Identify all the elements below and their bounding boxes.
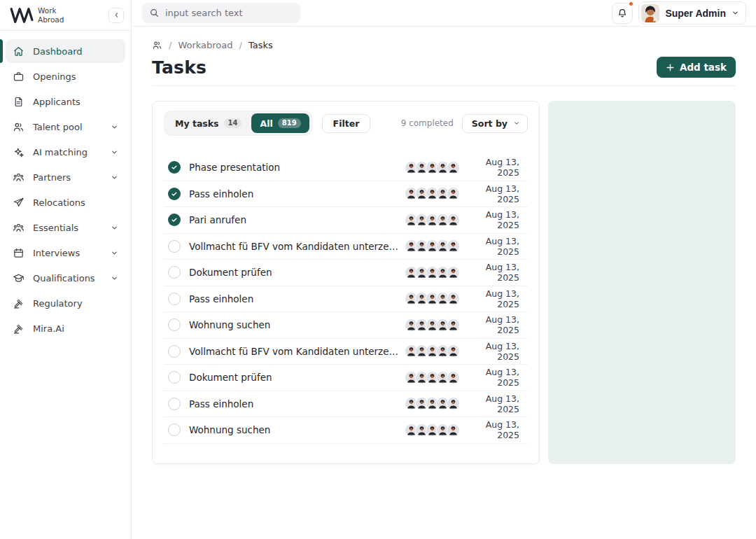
sidebar-item-label: Regulatory <box>33 298 83 309</box>
search-box[interactable] <box>142 3 300 23</box>
chevron-down-icon <box>111 123 118 131</box>
sidebar-item-openings[interactable]: Openings <box>6 64 125 88</box>
assignee-avatar-group <box>405 424 459 436</box>
tab-label: My tasks <box>175 118 219 129</box>
sidebar-item-essentials[interactable]: Essentials <box>6 216 125 239</box>
task-checkbox[interactable] <box>168 424 181 436</box>
task-title: Pari anrufen <box>189 214 405 225</box>
top-bar: Super Admin <box>132 0 756 27</box>
gavel-icon <box>13 323 24 335</box>
task-title: Pass einholen <box>189 398 405 410</box>
tab-my-tasks[interactable]: My tasks14 <box>167 113 250 133</box>
sidebar-item-talent-pool[interactable]: Talent pool <box>6 115 125 139</box>
task-list: Phase presentationAug 13, 2025Pass einho… <box>164 155 528 444</box>
brand-name: Work Abroad <box>38 6 64 23</box>
assignee-avatar[interactable] <box>447 424 459 436</box>
task-title: Pass einholen <box>189 293 405 304</box>
task-checkbox[interactable] <box>168 240 181 253</box>
chevron-down-icon <box>111 148 118 156</box>
people-icon[interactable] <box>152 40 162 50</box>
task-checkbox[interactable] <box>168 371 181 384</box>
task-checkbox[interactable] <box>168 214 181 226</box>
sidebar-item-label: Interviews <box>33 248 80 258</box>
task-row[interactable]: Dokument prüfenAug 13, 2025 <box>164 365 528 391</box>
plane-icon <box>13 197 24 209</box>
task-due-date: Aug 13, 2025 <box>469 393 519 414</box>
breadcrumb: / Workabroad / Tasks <box>152 40 736 50</box>
assignee-avatar[interactable] <box>447 188 459 200</box>
assignee-avatar[interactable] <box>447 398 459 410</box>
filter-button[interactable]: Filter <box>322 114 371 133</box>
task-row[interactable]: Phase presentationAug 13, 2025 <box>164 155 528 181</box>
task-row[interactable]: Pass einholenAug 13, 2025 <box>164 181 528 208</box>
task-checkbox[interactable] <box>168 161 181 174</box>
task-checkbox[interactable] <box>168 293 181 305</box>
chevron-down-icon <box>732 9 739 17</box>
task-row[interactable]: Wohnung suchenAug 13, 2025 <box>164 312 528 339</box>
task-row[interactable]: Pass einholenAug 13, 2025 <box>164 391 528 418</box>
sidebar-item-regulatory[interactable]: Regulatory <box>6 291 125 315</box>
users-group-icon <box>13 222 24 234</box>
sidebar-collapse-button[interactable] <box>108 8 124 23</box>
task-due-date: Aug 13, 2025 <box>469 157 519 178</box>
task-due-date: Aug 13, 2025 <box>469 183 519 204</box>
assignee-avatar[interactable] <box>447 214 459 226</box>
sidebar-item-label: Essentials <box>33 223 78 233</box>
chevron-down-icon <box>111 274 118 282</box>
task-row[interactable]: Pari anrufenAug 13, 2025 <box>164 207 528 234</box>
sidebar-item-relocations[interactable]: Relocations <box>6 190 125 214</box>
add-task-button[interactable]: Add task <box>657 57 736 78</box>
user-menu-button[interactable]: Super Admin <box>638 1 746 24</box>
home-icon <box>13 46 24 57</box>
sidebar-item-mira-ai[interactable]: Mira.Ai <box>6 316 125 340</box>
assignee-avatar[interactable] <box>447 319 459 331</box>
task-checkbox[interactable] <box>168 398 181 410</box>
sidebar-item-applicants[interactable]: Applicants <box>6 90 125 113</box>
task-row[interactable]: Vollmacht fü BFV vom Kandidaten unterzei… <box>164 339 528 365</box>
task-due-date: Aug 13, 2025 <box>469 209 519 230</box>
tab-count-badge: 819 <box>278 118 301 128</box>
assignee-avatar[interactable] <box>447 345 459 357</box>
sidebar-item-interviews[interactable]: Interviews <box>6 241 125 265</box>
task-due-date: Aug 13, 2025 <box>469 262 519 283</box>
assignee-avatar-group <box>405 319 459 331</box>
task-checkbox[interactable] <box>168 318 181 331</box>
notifications-button[interactable] <box>612 3 633 24</box>
sidebar: Work Abroad DashboardOpeningsApplicantsT… <box>0 0 132 539</box>
sidebar-item-dashboard[interactable]: Dashboard <box>6 39 125 63</box>
search-input[interactable] <box>165 8 293 18</box>
assignee-avatar[interactable] <box>447 240 459 252</box>
task-checkbox[interactable] <box>168 188 181 200</box>
assignee-avatar[interactable] <box>447 372 459 384</box>
task-row[interactable]: Pass einholenAug 13, 2025 <box>164 286 528 313</box>
content-area: My tasks14All819 Filter 9 completed Sort… <box>152 101 736 464</box>
assignee-avatar-group <box>405 267 459 279</box>
sort-by-button[interactable]: Sort by <box>462 114 528 133</box>
tab-count-badge: 14 <box>224 118 242 128</box>
sidebar-item-label: Relocations <box>33 197 85 208</box>
calendar-icon <box>13 247 24 259</box>
notification-badge-dot <box>629 1 634 6</box>
task-row[interactable]: Vollmacht fü BFV vom Kandidaten unterzei… <box>164 234 528 260</box>
briefcase-icon <box>13 71 24 83</box>
task-checkbox[interactable] <box>168 266 181 279</box>
sidebar-item-partners[interactable]: Partners <box>6 165 125 189</box>
breadcrumb-workabroad[interactable]: Workabroad <box>178 40 232 50</box>
tab-all[interactable]: All819 <box>251 113 309 133</box>
task-row[interactable]: Dokument prüfenAug 13, 2025 <box>164 260 528 286</box>
sidebar-nav: DashboardOpeningsApplicantsTalent poolAI… <box>0 31 131 349</box>
tasks-tabs: My tasks14All819 <box>164 111 312 136</box>
task-row[interactable]: Wohnung suchenAug 13, 2025 <box>164 417 528 444</box>
sidebar-item-qualifications[interactable]: Qualifications <box>6 266 125 290</box>
assignee-avatar[interactable] <box>447 293 459 304</box>
gavel-icon <box>13 298 24 309</box>
task-checkbox[interactable] <box>168 345 181 358</box>
assignee-avatar[interactable] <box>447 267 459 279</box>
breadcrumb-tasks: Tasks <box>248 40 273 50</box>
search-icon <box>149 8 160 18</box>
sidebar-item-ai-matching[interactable]: AI matching <box>6 140 125 164</box>
sparkles-icon <box>13 146 24 158</box>
assignee-avatar[interactable] <box>447 162 459 174</box>
assignee-avatar-group <box>405 345 459 357</box>
sidebar-item-label: Applicants <box>33 97 80 107</box>
